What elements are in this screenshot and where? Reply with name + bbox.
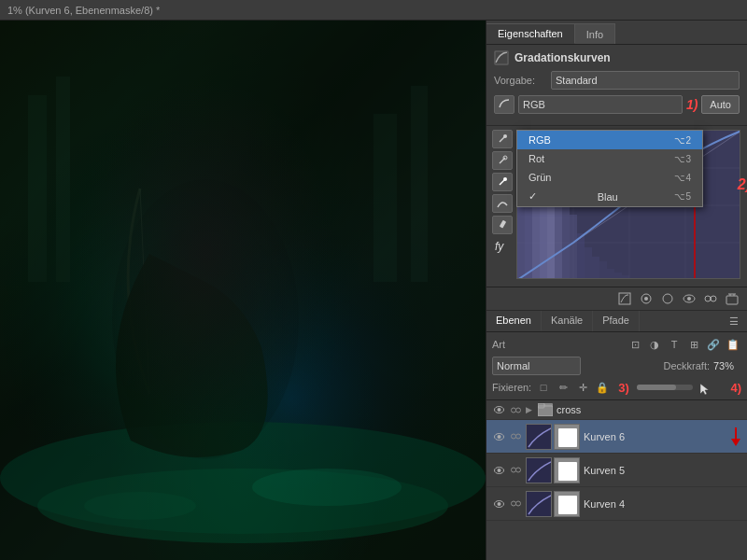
svg-point-84 xyxy=(515,501,520,506)
svg-rect-41 xyxy=(607,269,614,279)
svg-point-12 xyxy=(84,492,196,520)
canvas-image[interactable] xyxy=(0,21,486,560)
type-icon[interactable]: T xyxy=(666,336,683,353)
curves-side-tools: fy xyxy=(492,130,513,283)
channel-dropdown[interactable]: RGB ⌥2 Rot ⌥3 Grün ⌥4 ✓ Blau ⌥5 xyxy=(516,130,703,207)
fix-all-btn[interactable]: 🔒 xyxy=(594,379,611,396)
eyedropper-mid-btn[interactable] xyxy=(492,151,513,170)
fill-slider-track xyxy=(637,385,676,390)
thumb-wrapper-kurven5 xyxy=(526,457,580,483)
svg-point-48 xyxy=(644,297,648,301)
svg-rect-87 xyxy=(558,496,577,514)
filter-icon[interactable]: ⊡ xyxy=(627,336,643,353)
chain-cross[interactable] xyxy=(509,403,522,416)
svg-point-82 xyxy=(497,502,500,506)
layers-controls: Art ⊡ ◑ T ⊞ 🔗 📋 Normal Deckkraft xyxy=(486,332,747,400)
layer-mask-kurven4 xyxy=(554,491,580,517)
bottom-tool-delete[interactable] xyxy=(723,289,741,308)
channel-select[interactable]: RGB xyxy=(518,95,683,114)
eye-kurven5[interactable] xyxy=(492,464,505,477)
layers-list: ▶ cross xyxy=(486,400,747,560)
dropdown-item-gruen-label: Grün xyxy=(529,172,551,183)
opacity-value: 73% xyxy=(713,360,741,371)
tab-kanaele[interactable]: Kanäle xyxy=(542,311,593,331)
blend-mode-select[interactable]: Normal xyxy=(492,357,581,375)
svg-point-49 xyxy=(663,294,672,303)
smooth-btn[interactable] xyxy=(492,194,513,213)
channel-tool-btn[interactable] xyxy=(494,95,514,114)
dropdown-item-rot-label: Rot xyxy=(529,153,544,164)
tab-pfade[interactable]: Pfade xyxy=(593,311,640,331)
svg-point-51 xyxy=(687,297,691,301)
fill-slider[interactable] xyxy=(637,385,693,390)
link-icon[interactable]: 🔗 xyxy=(705,336,722,353)
transform-icon[interactable]: ⊞ xyxy=(685,336,702,353)
dropdown-item-gruen[interactable]: Grün ⌥4 xyxy=(517,168,702,187)
cursor-icon xyxy=(697,383,712,398)
bottom-tool-chain[interactable] xyxy=(701,289,720,308)
panel-tabs: Eigenschaften Info xyxy=(486,21,747,45)
layers-section: Ebenen Kanäle Pfade ☰ Art ⊡ ◑ xyxy=(486,311,747,560)
svg-point-16 xyxy=(503,134,507,138)
opacity-label: Deckkraft: xyxy=(663,360,710,371)
eye-kurven6[interactable] xyxy=(492,430,505,443)
properties-section: Gradationskurven Vorgabe: Standard RGB xyxy=(486,45,747,126)
dropdown-item-rot[interactable]: Rot ⌥3 xyxy=(517,149,702,168)
vorgabe-select[interactable]: Standard xyxy=(551,71,740,90)
eye-cross[interactable] xyxy=(492,403,505,416)
svg-line-10 xyxy=(140,189,149,394)
layers-tabs: Ebenen Kanäle Pfade ☰ xyxy=(486,311,747,332)
layer-item-cross[interactable]: ▶ cross xyxy=(486,400,747,420)
chain-kurven4[interactable] xyxy=(509,497,522,511)
curves-area: fy xyxy=(486,126,747,287)
chain-kurven5[interactable] xyxy=(509,464,522,477)
svg-point-67 xyxy=(511,434,515,439)
thumb-wrapper-kurven6 xyxy=(526,424,580,450)
fix-move-btn[interactable]: ✛ xyxy=(574,379,591,396)
tab-info[interactable]: Info xyxy=(575,23,615,44)
section-title: Gradationskurven xyxy=(514,51,611,64)
bottom-tool-3[interactable] xyxy=(658,289,677,308)
eyedropper-btn[interactable] xyxy=(492,130,513,148)
svg-point-83 xyxy=(511,501,515,506)
eyedropper-white-btn[interactable] xyxy=(492,173,513,191)
thumb-wrapper-kurven4 xyxy=(526,491,580,517)
group-icon xyxy=(538,403,553,416)
layer-item-kurven4[interactable]: Kurven 4 xyxy=(486,487,747,521)
svg-rect-21 xyxy=(500,220,506,229)
layer-name-kurven4: Kurven 4 xyxy=(584,498,741,510)
svg-point-62 xyxy=(515,408,520,413)
fix-brush-btn[interactable]: ✏ xyxy=(555,379,571,396)
pencil-btn[interactable] xyxy=(492,216,513,234)
tab-eigenschaften[interactable]: Eigenschaften xyxy=(486,23,575,44)
layers-menu-btn[interactable]: ☰ xyxy=(725,312,743,330)
right-panel: Eigenschaften Info Gradationskurven xyxy=(486,21,747,560)
auto-button[interactable]: Auto xyxy=(701,95,740,114)
fix-pixel-btn[interactable]: □ xyxy=(535,379,552,396)
svg-rect-80 xyxy=(558,462,577,481)
dropdown-item-blau[interactable]: ✓ Blau ⌥5 xyxy=(517,187,702,206)
main-layout: Eigenschaften Info Gradationskurven xyxy=(0,21,747,560)
document-title: 1% (Kurven 6, Ebenenmaske/8) * xyxy=(7,5,160,16)
layer-item-kurven5[interactable]: Kurven 5 xyxy=(486,454,747,487)
tab-ebenen[interactable]: Ebenen xyxy=(486,311,542,331)
new-layer-icon[interactable]: 📋 xyxy=(725,336,741,353)
svg-rect-55 xyxy=(726,296,738,304)
bottom-tool-vis[interactable] xyxy=(680,289,698,308)
annotation-2: 2) xyxy=(738,176,747,193)
svg-rect-7 xyxy=(374,114,397,282)
adjust-icon[interactable]: ◑ xyxy=(646,336,663,353)
bottom-tool-1[interactable] xyxy=(615,289,634,308)
svg-point-75 xyxy=(497,469,500,472)
svg-rect-5 xyxy=(28,95,47,282)
svg-rect-40 xyxy=(599,261,607,279)
dropdown-item-rgb[interactable]: RGB ⌥2 xyxy=(517,131,702,149)
layer-name-cross: cross xyxy=(557,404,741,415)
svg-point-76 xyxy=(511,468,515,472)
chain-kurven6[interactable] xyxy=(509,430,522,443)
layer-item-kurven6[interactable]: Kurven 6 xyxy=(486,420,747,454)
art-label: Art xyxy=(492,339,505,350)
vorgabe-row: Vorgabe: Standard xyxy=(494,71,740,90)
bottom-tool-2[interactable] xyxy=(637,289,655,308)
eye-kurven4[interactable] xyxy=(492,497,505,511)
